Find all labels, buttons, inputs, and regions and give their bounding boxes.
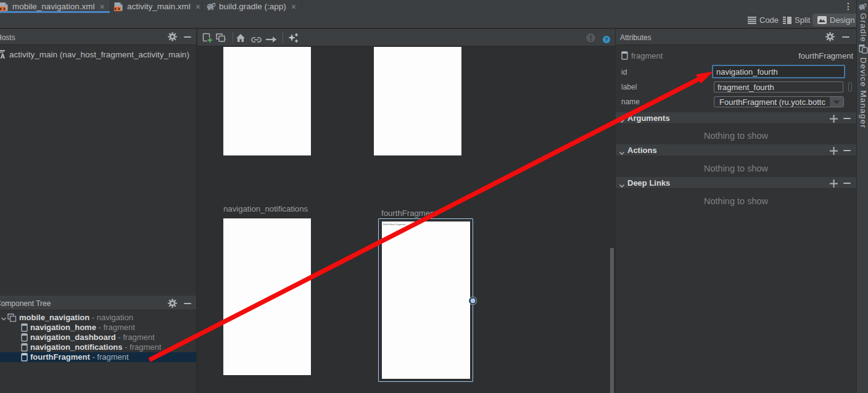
- svg-text:A: A: [1, 52, 6, 59]
- svg-text:?: ?: [605, 36, 608, 43]
